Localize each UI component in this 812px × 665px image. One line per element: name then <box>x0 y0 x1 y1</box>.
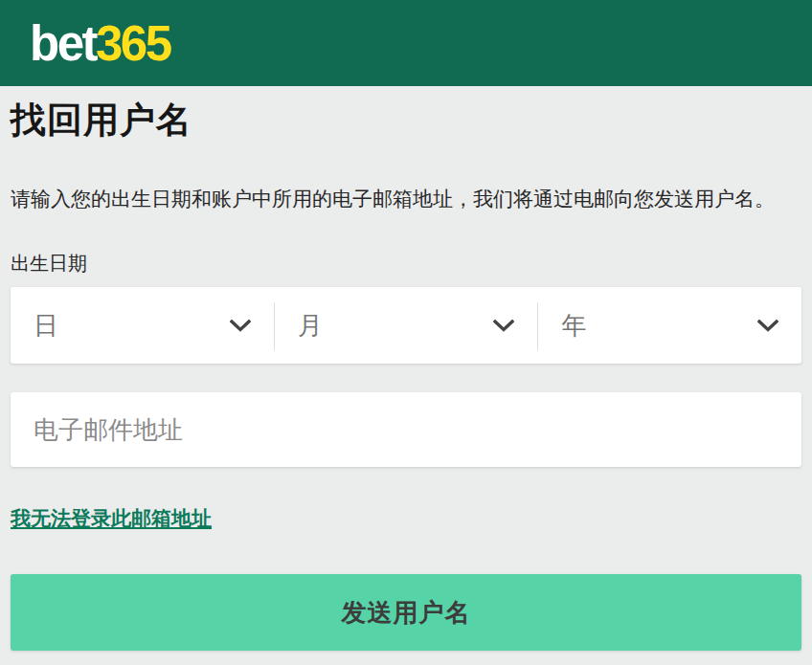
main-content: 找回用户名 请输入您的出生日期和账户中所用的电子邮箱地址，我们将通过电邮向您发送… <box>0 98 812 651</box>
instruction-text: 请输入您的出生日期和账户中所用的电子邮箱地址，我们将通过电邮向您发送用户名。 <box>11 186 801 212</box>
dob-month-select[interactable]: 月 <box>275 287 538 364</box>
bet365-logo[interactable]: bet365 <box>30 19 170 68</box>
logo-365-text: 365 <box>96 16 170 71</box>
chevron-down-icon <box>493 320 514 332</box>
dob-year-select[interactable]: 年 <box>538 287 801 364</box>
page-title: 找回用户名 <box>11 98 801 144</box>
dob-select-row: 日 月 年 <box>11 287 801 364</box>
dob-year-label: 年 <box>561 309 586 343</box>
dob-day-select[interactable]: 日 <box>11 287 274 364</box>
chevron-down-icon <box>230 320 251 332</box>
dob-label: 出生日期 <box>11 253 801 274</box>
chevron-down-icon <box>757 320 778 332</box>
cannot-access-email-link[interactable]: 我无法登录此邮箱地址 <box>11 508 212 529</box>
logo-bet-text: bet <box>30 16 96 71</box>
send-username-button[interactable]: 发送用户名 <box>11 574 801 651</box>
dob-day-label: 日 <box>34 309 58 343</box>
top-header: bet365 <box>0 0 812 86</box>
email-input[interactable] <box>11 392 801 467</box>
dob-month-label: 月 <box>298 309 323 343</box>
